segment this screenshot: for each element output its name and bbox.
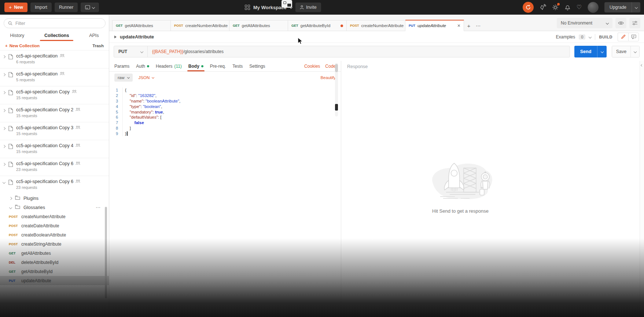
examples-label[interactable]: Examples	[556, 34, 575, 40]
line-number: 6	[109, 115, 122, 119]
editor-scrollbar-thumb[interactable]	[335, 64, 338, 72]
chevron-down-icon[interactable]	[589, 35, 592, 38]
request-row[interactable]: GETgetAttributeById	[0, 267, 109, 276]
folder-actions-button[interactable]: ⋯	[96, 205, 101, 210]
satellite-icon	[540, 4, 546, 11]
collection-item[interactable]: cc5-api-specification6 requests	[0, 50, 109, 68]
subtab-settings[interactable]: Settings	[249, 61, 265, 71]
cookies-link[interactable]: Cookies	[304, 64, 320, 69]
body-type-select[interactable]: raw	[114, 74, 133, 82]
request-row[interactable]: PUTupdateAttribute	[0, 276, 109, 285]
open-tabs: GETgetAllAttributesPOSTcreateNumberAttri…	[112, 20, 483, 31]
beautify-link[interactable]: Beautify	[320, 75, 336, 80]
trash-button[interactable]: Trash	[92, 44, 104, 48]
request-tab[interactable]: PUTupdateAttribute×	[405, 20, 464, 31]
collection-item[interactable]: cc5-api-specification Copy 415 requests	[0, 140, 109, 158]
tab-collections[interactable]: Collections	[43, 30, 70, 41]
code-link[interactable]: Code	[325, 64, 336, 69]
environment-select[interactable]: No Environment	[557, 18, 612, 28]
collection-info: cc5-api-specification Copy 415 requests	[16, 143, 80, 158]
chevron-left-icon[interactable]	[641, 64, 643, 67]
subtab-label: Pre-req.	[210, 64, 226, 69]
collection-item[interactable]: cc5-api-specification Copy 623 requests	[0, 176, 109, 194]
collection-name-text: cc5-api-specification Copy 6	[16, 161, 73, 166]
subtab-auth[interactable]: Auth	[136, 61, 149, 71]
subtab-prereq[interactable]: Pre-req.	[210, 61, 226, 71]
api-network-button[interactable]	[540, 4, 546, 11]
new-tab-button[interactable]: +	[464, 20, 474, 31]
code-text: "mandatory": true,	[122, 109, 164, 115]
line-number: 8	[109, 126, 122, 130]
line-number: 5	[109, 110, 122, 114]
request-row[interactable]: POSTcreateNumberAttribute	[0, 212, 109, 221]
new-window-button[interactable]	[81, 3, 99, 12]
url-input[interactable]: {{BASE_PATH}}/glossaries/attributes	[148, 46, 570, 57]
comments-button[interactable]	[628, 33, 639, 41]
body-type-row: raw JSON Beautify	[109, 72, 341, 83]
body-editor[interactable]: 1{2 "id": "163282",3 "name": "booleanAtt…	[109, 85, 341, 317]
settings-button[interactable]	[552, 4, 559, 11]
request-row[interactable]: POSTcreateDateAttribute	[0, 221, 109, 230]
code-token: "id"	[130, 93, 136, 98]
subtab-headers[interactable]: Headers(11)	[156, 61, 182, 71]
caret-right-icon[interactable]	[114, 36, 117, 38]
request-tab[interactable]: GETgetAllAttributes	[112, 20, 171, 31]
request-row[interactable]: POSTcreateStringAttribute	[0, 239, 109, 249]
request-method-badge: POST	[9, 224, 21, 228]
body-format-select[interactable]: JSON	[139, 75, 154, 80]
subtab-body[interactable]: Body	[188, 61, 203, 71]
import-button[interactable]: Import	[30, 3, 52, 12]
tab-apis[interactable]: APIs	[88, 30, 100, 41]
build-label: BUILD	[599, 35, 612, 39]
request-tab[interactable]: GETgetAllAttributes	[229, 20, 288, 31]
collection-item[interactable]: cc5-api-specification5 requests	[0, 68, 109, 86]
code-token	[125, 120, 135, 125]
collection-item[interactable]: cc5-api-specification Copy 215 requests	[0, 104, 109, 122]
tab-close-button[interactable]: ×	[457, 23, 460, 29]
collection-item[interactable]: cc5-api-specification Copy 623 requests	[0, 158, 109, 176]
collection-name: cc5-api-specification Copy 6	[16, 179, 80, 184]
folder-row[interactable]: Glossaries⋯	[0, 203, 109, 212]
new-button[interactable]: + New	[4, 3, 27, 12]
code-token: true	[155, 110, 163, 114]
request-row[interactable]: POSTcreateBooleanAttribute	[0, 230, 109, 239]
environment-preview-button[interactable]	[615, 18, 626, 28]
subtab-tests[interactable]: Tests	[232, 61, 243, 71]
sync-button[interactable]	[523, 2, 534, 13]
environment-settings-button[interactable]	[629, 18, 640, 28]
upgrade-button[interactable]: Upgrade	[604, 2, 632, 12]
save-button[interactable]: Save	[612, 46, 630, 57]
response-pane: Response	[341, 61, 640, 317]
send-options-button[interactable]	[597, 46, 607, 57]
filter-input[interactable]	[15, 21, 101, 26]
collection-info: cc5-api-specification Copy 623 requests	[16, 179, 80, 194]
request-tab[interactable]: GETgetAttributeById	[288, 20, 347, 31]
avatar[interactable]	[588, 2, 599, 13]
upgrade-caret-button[interactable]	[632, 2, 640, 12]
code-token: {	[125, 88, 126, 92]
code-token: "name"	[130, 99, 143, 103]
collection-item[interactable]: cc5-api-specification Copy 315 requests	[0, 122, 109, 140]
tab-history[interactable]: History	[8, 30, 26, 41]
collection-item[interactable]: cc5-api-specification Copy15 requests	[0, 86, 109, 104]
collection-icon	[8, 161, 14, 176]
request-tab[interactable]: POSTcreateNumberAttribute	[347, 20, 405, 31]
runner-button[interactable]: Runner	[55, 3, 78, 12]
send-button[interactable]: Send	[574, 46, 597, 57]
request-tab[interactable]: POSTcreateNumberAttribute	[171, 20, 229, 31]
collection-name: cc5-api-specification	[16, 53, 65, 59]
favorites-button[interactable]: ♡	[577, 4, 582, 10]
notifications-button[interactable]	[564, 4, 571, 11]
subtab-params[interactable]: Params	[114, 61, 129, 71]
tab-options-button[interactable]: ⋯	[474, 20, 483, 31]
edit-button[interactable]	[618, 33, 628, 41]
sidebar-scrollbar[interactable]	[105, 207, 107, 298]
new-collection-button[interactable]: + New Collection	[5, 44, 40, 48]
save-options-button[interactable]	[630, 46, 639, 57]
invite-button[interactable]: Invite	[295, 3, 321, 12]
method-select[interactable]: PUT	[114, 46, 148, 57]
folder-row[interactable]: Plugins	[0, 194, 109, 203]
request-row[interactable]: GETgetAllAttributes	[0, 249, 109, 258]
editor-scrollbar-handle[interactable]	[335, 104, 338, 111]
request-row[interactable]: DELdeleteAttributeById	[0, 258, 109, 267]
